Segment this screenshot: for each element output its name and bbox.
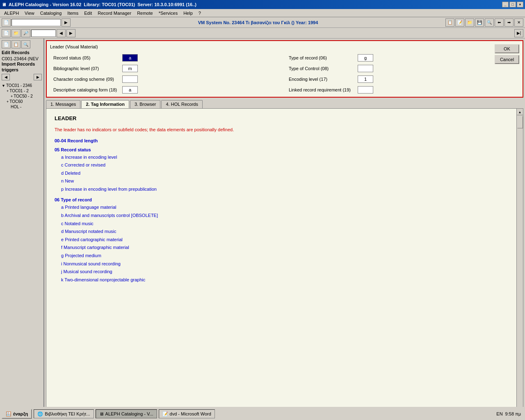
minimize-button[interactable]: _ — [502, 2, 509, 7]
label-char-coding: Character coding scheme (09) — [53, 77, 119, 82]
field-value-3-5: f Manuscript cartographic material — [61, 244, 508, 252]
label-bib-level: Bibliographic level (07) — [53, 66, 119, 71]
label-desc-cat: Descriptive cataloging form (18) — [53, 87, 119, 92]
input-type-record[interactable] — [358, 54, 373, 62]
scrollbar: ▲ ▼ — [516, 109, 523, 420]
input-record-status[interactable] — [122, 54, 138, 62]
maximize-button[interactable]: □ — [509, 2, 516, 7]
tree-label-4: HOL - — [11, 105, 21, 109]
input-bib-level[interactable] — [122, 65, 138, 72]
label-encoding-level: Encoding level (17) — [289, 77, 354, 82]
tag-scroll-content: LEADER The leader has no indicators or s… — [46, 109, 516, 420]
toolbar-icon-6[interactable]: ⬅ — [495, 18, 504, 27]
label-linked-record: Linked record requirement (19) — [289, 87, 354, 92]
ok-cancel-buttons: OK Cancel — [495, 44, 519, 64]
menu-question[interactable]: ? — [196, 10, 203, 16]
title-bar-text: ALEPH Cataloging - Version 16.02 — [9, 2, 81, 7]
menu-view[interactable]: View — [22, 10, 37, 16]
sidebar-btn-2[interactable]: 📋 — [11, 40, 21, 48]
field-value-3-0: a Printed language material — [61, 203, 508, 212]
toolbar-nav-right[interactable]: ▶ — [66, 29, 75, 37]
title-server: Server: 10.3.0.10:6991 (16..) — [137, 2, 196, 7]
toolbar-icon-7[interactable]: ➡ — [504, 18, 514, 27]
sidebar-record-id[interactable]: C001-23464 (NEV — [2, 56, 42, 62]
expand-icon-3: + — [11, 94, 13, 98]
title-library: Library: TOC01 (TOC01) — [84, 2, 135, 7]
tree-hol[interactable]: HOL - — [2, 104, 42, 110]
toolbar-btn-a[interactable]: 📄 — [2, 29, 11, 37]
sidebar-btn-3[interactable]: 🔍 — [21, 40, 30, 48]
toolbar-btn-c[interactable]: 🔎 — [21, 29, 30, 37]
expand-icon-4: + — [7, 100, 9, 104]
input-linked-record[interactable] — [358, 86, 373, 94]
start-button[interactable]: 🪟 έναρξη — [2, 409, 32, 419]
taskbar-app-word[interactable]: 📝 dvd - Microsoft Word — [159, 409, 215, 418]
search-input-1[interactable] — [11, 19, 61, 26]
tab-bar: 1. Messages 2. Tag Information 3. Browse… — [46, 99, 523, 108]
field-value-3-8: j Musical sound recording — [61, 268, 508, 276]
input-char-coding[interactable] — [122, 75, 138, 83]
taskbar-app-browser[interactable]: 🌐 Βιβλιοθήκη ΤΕΙ Κρήτ... — [34, 409, 94, 418]
tree-toc50[interactable]: + TOC50 - 2 — [2, 94, 42, 99]
search-input-2[interactable] — [31, 30, 56, 37]
label-type-record: Type of record (06) — [289, 55, 354, 60]
input-desc-cat[interactable] — [122, 86, 138, 94]
expand-icon-2: + — [7, 89, 9, 93]
field-values-2: a Increase in encoding level c Corrected… — [55, 153, 508, 194]
close-button[interactable]: × — [517, 2, 523, 7]
toolbar-nav-left[interactable]: ◀ — [57, 29, 66, 37]
nav-left[interactable]: ◀ — [2, 74, 10, 80]
menu-services[interactable]: *Services — [156, 10, 180, 16]
field-value-2-3: n New — [61, 177, 508, 185]
field-group-type-record: 06 Type of record a Printed language mat… — [55, 197, 508, 284]
toolbar-row-1: 📄 ▶ VM System No. 23464 Τι βασανίζει του… — [0, 17, 525, 28]
menu-help[interactable]: Help — [181, 10, 195, 16]
aleph-icon: 🖥 — [99, 411, 104, 416]
tab-hol-records[interactable]: 4. HOL Records — [161, 100, 202, 108]
form-right: Type of record (06) Type of Control (08)… — [289, 54, 516, 94]
tree-toc01[interactable]: ▼ TOC01 - 2346 — [2, 83, 42, 88]
nav-right[interactable]: ▶ — [34, 74, 42, 80]
menu-cataloging[interactable]: Cataloging — [38, 10, 64, 16]
scroll-up-btn[interactable]: ▲ — [517, 109, 523, 115]
tab-messages[interactable]: 1. Messages — [46, 100, 80, 108]
tree-toc01-2[interactable]: + TOC01 - 2 — [2, 88, 42, 94]
ok-button[interactable]: OK — [495, 44, 519, 53]
tab-tag-information[interactable]: 2. Tag Information — [81, 100, 129, 108]
taskbar-tray: EN 9:58 πμ — [494, 411, 523, 416]
lang-indicator: EN — [496, 411, 502, 416]
taskbar-app-aleph[interactable]: 🖥 ALEPH Cataloging - V... — [96, 409, 157, 418]
browser-label: Βιβλιοθήκη ΤΕΙ Κρήτ... — [45, 411, 90, 416]
menu-aleph[interactable]: ALEPH — [2, 10, 21, 16]
field-value-2-1: c Corrected or revised — [61, 161, 508, 169]
word-label: dvd - Microsoft Word — [170, 411, 211, 416]
toolbar-go-btn[interactable]: ▶ — [62, 18, 71, 27]
toolbar-icon-2[interactable]: 📝 — [455, 18, 464, 27]
toolbar-btn-b[interactable]: 📁 — [11, 29, 21, 37]
tab-browser[interactable]: 3. Browser — [130, 100, 161, 108]
sidebar-btn-1[interactable]: 📄 — [2, 40, 11, 48]
toolbar-icon-3[interactable]: 📁 — [465, 18, 474, 27]
toolbar-btn-1[interactable]: 📄 — [2, 18, 11, 27]
sidebar-nav: ◀ ▶ — [2, 74, 42, 80]
form-row-linked-record: Linked record requirement (19) — [289, 86, 516, 94]
toolbar-close[interactable]: ✕ — [514, 18, 523, 27]
toolbar-icon-1[interactable]: 📋 — [445, 18, 454, 27]
field-value-3-3: d Manuscript notated music — [61, 228, 508, 236]
toolbar-end-btn[interactable]: ▶| — [514, 29, 523, 37]
toolbar-icon-4[interactable]: 💾 — [475, 18, 484, 27]
cancel-button[interactable]: Cancel — [495, 55, 519, 64]
field-number-3: 06 Type of record — [55, 197, 508, 202]
field-value-3-9: k Two-dimensional nonprojectable graphic — [61, 276, 508, 284]
clock: 9:58 πμ — [505, 411, 521, 416]
menu-edit[interactable]: Edit — [82, 10, 94, 16]
scroll-thumb[interactable] — [517, 116, 523, 128]
menu-record-manager[interactable]: Record Manager — [95, 10, 134, 16]
input-type-control[interactable] — [358, 65, 373, 72]
menu-items[interactable]: Items — [65, 10, 81, 16]
tree-toc60[interactable]: + TOC60 — [2, 99, 42, 104]
menu-remote[interactable]: Remote — [135, 10, 155, 16]
input-encoding-level[interactable] — [358, 75, 373, 83]
field-value-3-6: g Projected medium — [61, 252, 508, 260]
toolbar-icon-5[interactable]: 🔍 — [485, 18, 494, 27]
